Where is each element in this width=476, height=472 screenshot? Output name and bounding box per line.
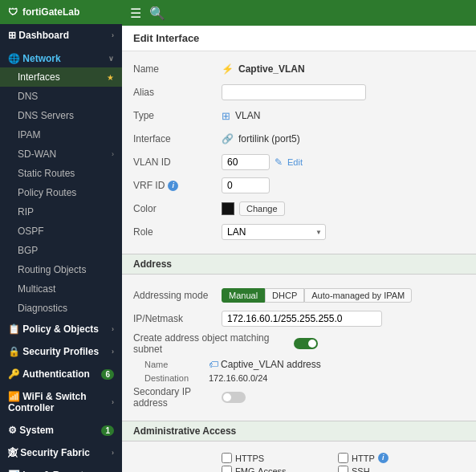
- secondary-ip-toggle[interactable]: [222, 392, 246, 403]
- type-row: Type ⊞ VLAN: [133, 106, 465, 125]
- sidebar-item-bgp[interactable]: BGP: [0, 241, 122, 260]
- star-icon: ★: [107, 73, 114, 82]
- sidebar-item-multicast[interactable]: Multicast: [0, 279, 122, 299]
- name-label: Name: [133, 63, 222, 75]
- logo-icon: 🛡: [8, 6, 18, 18]
- checkbox-fmg: FMG-Access: [222, 466, 338, 472]
- search-icon[interactable]: 🔍: [149, 6, 165, 21]
- vlan-type-icon: ⊞: [222, 110, 230, 122]
- sidebar-item-diagnostics[interactable]: Diagnostics: [0, 299, 122, 318]
- sidebar: 🛡 fortiGateLab ⊞ Dashboard › 🌐 Network ∨…: [0, 0, 122, 472]
- vlan-id-input[interactable]: [222, 154, 270, 170]
- main-panel: ☰ 🔍 Edit Interface Name ⚡ Captive_VLAN A…: [122, 0, 476, 472]
- role-row: Role LAN WAN DMZ: [133, 222, 465, 242]
- interface-label: Interface: [133, 133, 222, 144]
- sidebar-item-authentication[interactable]: 🔑 Authentication 6: [0, 363, 122, 385]
- addr-dest-row: Destination 172.16.60.0/24: [144, 373, 465, 383]
- sidebar-item-dns-servers[interactable]: DNS Servers: [0, 106, 122, 125]
- sidebar-item-ipam[interactable]: IPAM: [0, 125, 122, 144]
- sidebar-item-rip[interactable]: RIP: [0, 202, 122, 222]
- addr-name-label: Name: [144, 360, 209, 369]
- addr-dest-label: Destination: [144, 373, 209, 383]
- mode-manual-button[interactable]: Manual: [222, 288, 265, 303]
- sidebar-item-ospf[interactable]: OSPF: [0, 222, 122, 241]
- ssh-checkbox[interactable]: [338, 466, 348, 472]
- color-row: Color Change: [133, 199, 465, 218]
- name-value: Captive_VLAN: [238, 63, 305, 75]
- role-select-wrapper: LAN WAN DMZ: [222, 224, 326, 240]
- content-area: Edit Interface Name ⚡ Captive_VLAN Alias…: [122, 26, 476, 472]
- sidebar-item-routing-objects[interactable]: Routing Objects: [0, 260, 122, 279]
- addr-name-value: Captive_VLAN address: [221, 359, 321, 370]
- ip-netmask-input[interactable]: [222, 311, 382, 327]
- logo-text: fortiGateLab: [22, 6, 79, 18]
- sidebar-item-security-fabric[interactable]: 🕸 Security Fabric ›: [0, 441, 122, 464]
- change-color-button[interactable]: Change: [239, 201, 285, 216]
- fmg-checkbox[interactable]: [222, 466, 232, 472]
- addr-mode-group: Manual DHCP Auto-managed by IPAM: [222, 288, 412, 303]
- name-row: Name ⚡ Captive_VLAN: [133, 59, 465, 79]
- vrf-id-input[interactable]: [222, 177, 270, 193]
- checkbox-ssh: SSH: [338, 466, 454, 472]
- basic-form: Name ⚡ Captive_VLAN Alias Type ⊞ VLAN: [122, 51, 476, 254]
- sidebar-item-sd-wan[interactable]: SD-WAN ›: [0, 144, 122, 164]
- top-bar: ☰ 🔍: [122, 0, 476, 26]
- sidebar-item-policy-routes[interactable]: Policy Routes: [0, 183, 122, 202]
- addr-name-row: Name 🏷 Captive_VLAN address: [144, 359, 465, 370]
- sidebar-item-static-routes[interactable]: Static Routes: [0, 164, 122, 183]
- vlan-id-label: VLAN ID: [133, 157, 222, 168]
- sidebar-item-network[interactable]: 🌐 Network ∨: [0, 47, 122, 67]
- alias-label: Alias: [133, 87, 222, 98]
- mode-ipam-button[interactable]: Auto-managed by IPAM: [304, 288, 412, 303]
- sidebar-item-dns[interactable]: DNS: [0, 87, 122, 106]
- edit-vlan-link[interactable]: Edit: [287, 157, 303, 167]
- interface-row: Interface 🔗 fortilink (port5): [133, 129, 465, 149]
- admin-access-section-header: Administrative Access: [122, 421, 476, 441]
- ip-netmask-label: IP/Netmask: [133, 313, 222, 324]
- secondary-ip-row: Secondary IP address: [133, 386, 465, 409]
- vlan-icon: ⚡: [222, 63, 234, 75]
- vrf-id-row: VRF ID i: [133, 176, 465, 195]
- sidebar-item-log-report[interactable]: 📊 Log & Report ›: [0, 464, 122, 472]
- http-info-icon[interactable]: i: [378, 453, 389, 463]
- secondary-ip-label: Secondary IP address: [133, 386, 222, 409]
- edit-link-icon: ✎: [275, 157, 283, 168]
- sidebar-item-wifi-switch[interactable]: 📶 WiFi & Switch Controller ›: [0, 385, 122, 419]
- create-addr-row: Create address object matching subnet: [133, 332, 465, 355]
- sidebar-item-dashboard[interactable]: ⊞ Dashboard ›: [0, 24, 122, 47]
- checkbox-https: HTTPS: [222, 453, 338, 463]
- sidebar-item-policy-objects[interactable]: 📋 Policy & Objects ›: [0, 318, 122, 340]
- create-addr-label: Create address object matching subnet: [133, 332, 294, 355]
- vrf-info-icon[interactable]: i: [168, 181, 178, 191]
- interface-icon: 🔗: [222, 133, 234, 144]
- addr-mode-row: Addressing mode Manual DHCP Auto-managed…: [133, 286, 465, 305]
- https-checkbox[interactable]: [222, 453, 232, 463]
- alias-input[interactable]: [222, 84, 366, 100]
- interface-value: fortilink (port5): [238, 133, 300, 144]
- app-logo[interactable]: 🛡 fortiGateLab: [0, 0, 122, 24]
- type-value: VLAN: [235, 110, 260, 121]
- color-label: Color: [133, 203, 222, 214]
- page-title: Edit Interface: [122, 26, 476, 51]
- mode-dhcp-button[interactable]: DHCP: [265, 288, 304, 303]
- checkbox-http: HTTP i: [338, 453, 454, 463]
- color-swatch[interactable]: [222, 202, 234, 215]
- role-select[interactable]: LAN WAN DMZ: [222, 224, 326, 240]
- address-form: Addressing mode Manual DHCP Auto-managed…: [122, 278, 476, 421]
- hamburger-icon[interactable]: ☰: [130, 6, 141, 21]
- alias-row: Alias: [133, 83, 465, 102]
- sidebar-item-interfaces[interactable]: Interfaces ★: [0, 67, 122, 87]
- sidebar-item-security-profiles[interactable]: 🔒 Security Profiles ›: [0, 340, 122, 363]
- auth-badge: 6: [101, 369, 114, 380]
- admin-access-form: IPv4 HTTPS FMG-Access: [122, 445, 476, 472]
- http-checkbox[interactable]: [338, 453, 348, 463]
- ip-netmask-row: IP/Netmask: [133, 309, 465, 328]
- create-addr-toggle[interactable]: [294, 338, 318, 349]
- system-badge: 1: [101, 425, 114, 436]
- vrf-id-label: VRF ID i: [133, 180, 222, 191]
- sidebar-item-system[interactable]: ⚙ System 1: [0, 419, 122, 441]
- addr-mode-label: Addressing mode: [133, 290, 222, 301]
- role-label: Role: [133, 226, 222, 238]
- vlan-id-row: VLAN ID ✎ Edit: [133, 153, 465, 172]
- ipv4-row: IPv4 HTTPS FMG-Access: [133, 453, 465, 472]
